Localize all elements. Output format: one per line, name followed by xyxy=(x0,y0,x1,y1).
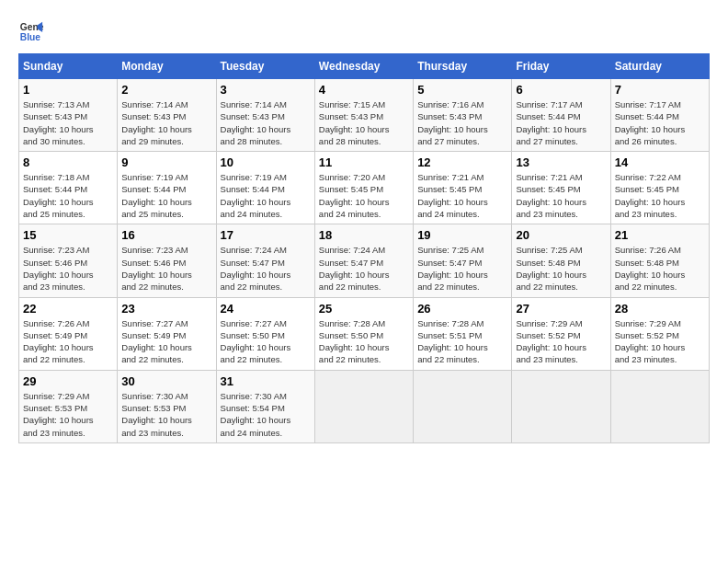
svg-text:Blue: Blue xyxy=(20,32,41,42)
day-number: 7 xyxy=(615,83,705,97)
cell-details: Sunrise: 7:25 AMSunset: 5:48 PMDaylight:… xyxy=(516,244,606,293)
calendar-cell: 22Sunrise: 7:26 AMSunset: 5:49 PMDayligh… xyxy=(19,297,118,370)
cell-details: Sunrise: 7:30 AMSunset: 5:53 PMDaylight:… xyxy=(121,390,211,439)
calendar-cell xyxy=(314,370,413,442)
cell-details: Sunrise: 7:23 AMSunset: 5:46 PMDaylight:… xyxy=(23,244,113,293)
cell-details: Sunrise: 7:24 AMSunset: 5:47 PMDaylight:… xyxy=(319,244,409,293)
cell-details: Sunrise: 7:14 AMSunset: 5:43 PMDaylight:… xyxy=(221,98,311,147)
day-number: 29 xyxy=(23,374,113,388)
calendar-cell: 31Sunrise: 7:30 AMSunset: 5:54 PMDayligh… xyxy=(216,370,314,442)
calendar-cell: 13Sunrise: 7:21 AMSunset: 5:45 PMDayligh… xyxy=(512,152,610,224)
calendar-cell: 8Sunrise: 7:18 AMSunset: 5:44 PMDaylight… xyxy=(19,152,118,224)
calendar-cell: 21Sunrise: 7:26 AMSunset: 5:48 PMDayligh… xyxy=(610,224,709,297)
cell-details: Sunrise: 7:20 AMSunset: 5:45 PMDaylight:… xyxy=(319,171,409,220)
cell-details: Sunrise: 7:25 AMSunset: 5:47 PMDaylight:… xyxy=(417,244,507,293)
cell-details: Sunrise: 7:18 AMSunset: 5:44 PMDaylight:… xyxy=(23,171,113,220)
calendar-cell: 26Sunrise: 7:28 AMSunset: 5:51 PMDayligh… xyxy=(414,297,512,370)
cell-details: Sunrise: 7:22 AMSunset: 5:45 PMDaylight:… xyxy=(615,171,705,220)
day-number: 10 xyxy=(221,155,311,169)
cell-details: Sunrise: 7:16 AMSunset: 5:43 PMDaylight:… xyxy=(417,98,507,147)
day-number: 19 xyxy=(417,228,507,242)
calendar-cell: 24Sunrise: 7:27 AMSunset: 5:50 PMDayligh… xyxy=(216,297,314,370)
calendar-cell: 3Sunrise: 7:14 AMSunset: 5:43 PMDaylight… xyxy=(216,79,314,152)
cell-details: Sunrise: 7:29 AMSunset: 5:52 PMDaylight:… xyxy=(516,317,606,366)
day-number: 6 xyxy=(516,83,606,97)
calendar-cell: 9Sunrise: 7:19 AMSunset: 5:44 PMDaylight… xyxy=(118,152,216,224)
calendar-cell: 23Sunrise: 7:27 AMSunset: 5:49 PMDayligh… xyxy=(118,297,216,370)
calendar-cell: 16Sunrise: 7:23 AMSunset: 5:46 PMDayligh… xyxy=(118,224,216,297)
logo-icon: General Blue xyxy=(18,18,44,44)
calendar-table: SundayMondayTuesdayWednesdayThursdayFrid… xyxy=(18,53,710,443)
calendar-cell: 18Sunrise: 7:24 AMSunset: 5:47 PMDayligh… xyxy=(314,224,413,297)
day-number: 18 xyxy=(319,228,409,242)
day-number: 30 xyxy=(121,374,211,388)
calendar-cell: 20Sunrise: 7:25 AMSunset: 5:48 PMDayligh… xyxy=(512,224,610,297)
day-number: 9 xyxy=(121,155,211,169)
day-number: 16 xyxy=(121,228,211,242)
calendar-cell: 25Sunrise: 7:28 AMSunset: 5:50 PMDayligh… xyxy=(314,297,413,370)
day-number: 8 xyxy=(23,155,113,169)
weekday-header-sunday: Sunday xyxy=(19,54,118,79)
calendar-cell: 30Sunrise: 7:30 AMSunset: 5:53 PMDayligh… xyxy=(118,370,216,442)
cell-details: Sunrise: 7:30 AMSunset: 5:54 PMDaylight:… xyxy=(221,390,311,439)
calendar-cell: 14Sunrise: 7:22 AMSunset: 5:45 PMDayligh… xyxy=(610,152,709,224)
weekday-header-tuesday: Tuesday xyxy=(216,54,314,79)
calendar-cell: 12Sunrise: 7:21 AMSunset: 5:45 PMDayligh… xyxy=(414,152,512,224)
day-number: 22 xyxy=(23,302,113,316)
cell-details: Sunrise: 7:21 AMSunset: 5:45 PMDaylight:… xyxy=(516,171,606,220)
cell-details: Sunrise: 7:28 AMSunset: 5:51 PMDaylight:… xyxy=(417,317,507,366)
cell-details: Sunrise: 7:15 AMSunset: 5:43 PMDaylight:… xyxy=(319,98,409,147)
day-number: 1 xyxy=(23,83,113,97)
calendar-cell: 6Sunrise: 7:17 AMSunset: 5:44 PMDaylight… xyxy=(512,79,610,152)
cell-details: Sunrise: 7:19 AMSunset: 5:44 PMDaylight:… xyxy=(221,171,311,220)
cell-details: Sunrise: 7:19 AMSunset: 5:44 PMDaylight:… xyxy=(121,171,211,220)
day-number: 26 xyxy=(417,302,507,316)
cell-details: Sunrise: 7:26 AMSunset: 5:49 PMDaylight:… xyxy=(23,317,113,366)
day-number: 31 xyxy=(221,374,311,388)
day-number: 23 xyxy=(121,302,211,316)
day-number: 28 xyxy=(615,302,705,316)
cell-details: Sunrise: 7:27 AMSunset: 5:50 PMDaylight:… xyxy=(221,317,311,366)
calendar-cell xyxy=(512,370,610,442)
day-number: 2 xyxy=(121,83,211,97)
cell-details: Sunrise: 7:21 AMSunset: 5:45 PMDaylight:… xyxy=(417,171,507,220)
calendar-cell: 1Sunrise: 7:13 AMSunset: 5:43 PMDaylight… xyxy=(19,79,118,152)
day-number: 5 xyxy=(417,83,507,97)
weekday-header-wednesday: Wednesday xyxy=(314,54,413,79)
cell-details: Sunrise: 7:26 AMSunset: 5:48 PMDaylight:… xyxy=(615,244,705,293)
calendar-cell: 2Sunrise: 7:14 AMSunset: 5:43 PMDaylight… xyxy=(118,79,216,152)
day-number: 20 xyxy=(516,228,606,242)
calendar-cell: 7Sunrise: 7:17 AMSunset: 5:44 PMDaylight… xyxy=(610,79,709,152)
cell-details: Sunrise: 7:28 AMSunset: 5:50 PMDaylight:… xyxy=(319,317,409,366)
day-number: 17 xyxy=(221,228,311,242)
calendar-cell: 17Sunrise: 7:24 AMSunset: 5:47 PMDayligh… xyxy=(216,224,314,297)
day-number: 3 xyxy=(221,83,311,97)
calendar-cell xyxy=(610,370,709,442)
day-number: 25 xyxy=(319,302,409,316)
calendar-cell: 15Sunrise: 7:23 AMSunset: 5:46 PMDayligh… xyxy=(19,224,118,297)
cell-details: Sunrise: 7:14 AMSunset: 5:43 PMDaylight:… xyxy=(121,98,211,147)
weekday-header-thursday: Thursday xyxy=(414,54,512,79)
day-number: 21 xyxy=(615,228,705,242)
calendar-cell: 27Sunrise: 7:29 AMSunset: 5:52 PMDayligh… xyxy=(512,297,610,370)
calendar-cell: 28Sunrise: 7:29 AMSunset: 5:52 PMDayligh… xyxy=(610,297,709,370)
cell-details: Sunrise: 7:17 AMSunset: 5:44 PMDaylight:… xyxy=(615,98,705,147)
weekday-header-saturday: Saturday xyxy=(610,54,709,79)
header: General Blue xyxy=(18,18,710,44)
day-number: 14 xyxy=(615,155,705,169)
calendar-header: SundayMondayTuesdayWednesdayThursdayFrid… xyxy=(19,54,710,79)
cell-details: Sunrise: 7:29 AMSunset: 5:52 PMDaylight:… xyxy=(615,317,705,366)
calendar-cell: 10Sunrise: 7:19 AMSunset: 5:44 PMDayligh… xyxy=(216,152,314,224)
day-number: 24 xyxy=(221,302,311,316)
calendar-cell: 11Sunrise: 7:20 AMSunset: 5:45 PMDayligh… xyxy=(314,152,413,224)
day-number: 12 xyxy=(417,155,507,169)
cell-details: Sunrise: 7:27 AMSunset: 5:49 PMDaylight:… xyxy=(121,317,211,366)
weekday-header-monday: Monday xyxy=(118,54,216,79)
calendar-cell: 19Sunrise: 7:25 AMSunset: 5:47 PMDayligh… xyxy=(414,224,512,297)
cell-details: Sunrise: 7:29 AMSunset: 5:53 PMDaylight:… xyxy=(23,390,113,439)
day-number: 4 xyxy=(319,83,409,97)
day-number: 27 xyxy=(516,302,606,316)
day-number: 11 xyxy=(319,155,409,169)
calendar-cell: 29Sunrise: 7:29 AMSunset: 5:53 PMDayligh… xyxy=(19,370,118,442)
cell-details: Sunrise: 7:23 AMSunset: 5:46 PMDaylight:… xyxy=(121,244,211,293)
